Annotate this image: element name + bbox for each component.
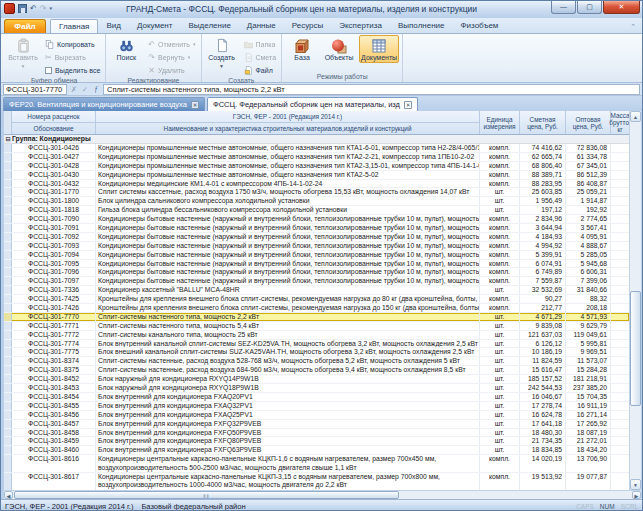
table-row[interactable]: ФССЦ-301-7774 Блок внутренний канальной … [4, 340, 629, 349]
table-row[interactable]: ФССЦ-301-8460 Блок внутренний для кондиц… [4, 446, 629, 455]
table-row[interactable]: ФССЦ-301-8455 Блок внутренний для кондиц… [4, 402, 629, 411]
scroll-up-icon[interactable]: ▲ [630, 111, 641, 122]
close-icon[interactable]: ✕ [191, 101, 199, 109]
tab-vypolnenie[interactable]: Выполнение [390, 19, 453, 33]
undo-icon[interactable]: ↶ [30, 3, 37, 14]
minimize-button[interactable]: — [551, 1, 576, 14]
header-gesn-fer[interactable]: ГЭСН, ФЕР - 2001 (Редакция 2014 г.) [96, 111, 479, 123]
table-row[interactable]: ФССЦ-301-7771 Сплит-системы настенного т… [4, 322, 629, 331]
table-row[interactable]: ФССЦ-301-7093 Кондиционеры бытовые насте… [4, 242, 629, 251]
undo-button[interactable]: ↶ Отменить ▾ [146, 38, 197, 50]
header-estimate-price[interactable]: Сметная цена, Руб. [520, 111, 566, 134]
tab-glavnaya[interactable]: Главная [50, 19, 98, 33]
table-row[interactable]: ФССЦ-301-7770 Сплит-системы настенного т… [4, 313, 629, 322]
header-wholesale-price[interactable]: Оптовая цена, Руб. [566, 111, 611, 134]
doc-tab-fssc[interactable]: ФССЦ. Федеральный сборник цен на материа… [207, 97, 418, 111]
new-folder-button[interactable]: Папка [242, 38, 279, 50]
close-icon[interactable]: ✕ [404, 101, 412, 109]
copy-button[interactable]: Копировать [43, 38, 102, 50]
table-row[interactable]: ФССЦ-301-7094 Кондиционеры бытовые насте… [4, 251, 629, 260]
table-row[interactable]: ФССЦ-301-7336 Кондиционер кассетный "BAL… [4, 286, 629, 295]
table-row[interactable]: ФССЦ-301-8456 Блок внутренний для кондиц… [4, 411, 629, 420]
table-row[interactable]: ФССЦ-301-0427 Кондиционеры промышленные … [4, 153, 629, 162]
qat-customize-icon[interactable]: ▾ [49, 3, 52, 14]
horizontal-scrollbar[interactable]: ◀ ⦀⦀ ▶ [4, 490, 641, 499]
cut-button[interactable]: ✂ Вырезать [43, 51, 102, 63]
table-row[interactable]: ФССЦ-301-8453 Блок наружный для кондицио… [4, 384, 629, 393]
search-button[interactable]: Поиск [109, 35, 143, 62]
base-mode-button[interactable]: База [285, 35, 319, 62]
table-row[interactable]: ФССЦ-301-8458 Блок внутренний для кондиц… [4, 429, 629, 438]
delete-button[interactable]: ✕ Удалить [146, 64, 197, 76]
maximize-button[interactable]: ▢ [577, 1, 602, 14]
table-row[interactable]: ФССЦ-301-7097 Кондиционеры бытовые насте… [4, 277, 629, 286]
select-all-button[interactable]: Выделить все [43, 64, 102, 76]
table-row[interactable]: ФССЦ-301-8454 Блок внутренний для кондиц… [4, 393, 629, 402]
file-tab[interactable]: Файл [4, 19, 46, 33]
doc-tab-fer20[interactable]: ФЕР20. Вентиляция и кондиционирование во… [3, 97, 205, 111]
scroll-left-icon[interactable]: ◀ [4, 491, 13, 499]
table-row[interactable]: ФССЦ-301-7775 Блок внешний канальной спл… [4, 348, 629, 357]
table-row[interactable]: ФССЦ-301-8617 Кондиционеры центральные к… [4, 473, 629, 490]
new-estimate-button[interactable]: Смета [242, 51, 279, 63]
tab-resursy[interactable]: Ресурсы [284, 19, 332, 33]
cancel-icon[interactable]: ✗ [70, 84, 78, 95]
tab-dokument[interactable]: Документ [129, 19, 181, 33]
tab-ekspertiza[interactable]: Экспертиза [331, 19, 390, 33]
formula-value-field[interactable]: Сплит-системы настенного типа, мощность … [103, 84, 640, 95]
header-name-characteristics[interactable]: Наименование и характеристика строительн… [96, 123, 479, 134]
new-file-button[interactable]: Файл [242, 64, 279, 76]
header-justification[interactable]: Обоснование [12, 123, 95, 134]
table-row[interactable]: ФССЦ-301-0428 Кондиционеры промышленные … [4, 162, 629, 171]
ribbon-minimize-icon[interactable]: ⌃ [630, 23, 636, 31]
table-row[interactable]: ФССЦ-301-8375 Сплит-системы настенные, р… [4, 366, 629, 375]
paste-button[interactable]: Вставить ▼ [6, 35, 40, 70]
documents-mode-button[interactable]: Документы [359, 35, 399, 63]
header-unit[interactable]: Единица измерения [480, 111, 520, 134]
save-icon[interactable] [18, 4, 27, 13]
scroll-right-icon[interactable]: ▶ [632, 491, 641, 499]
table-row[interactable]: ФССЦ-301-8459 Блок внутренний для кондиц… [4, 437, 629, 446]
redo-icon[interactable]: ↷ [40, 3, 47, 14]
table-row[interactable]: ФССЦ-301-8374 Сплит-системы настенные, р… [4, 357, 629, 366]
vertical-scrollbar[interactable]: ▲ ▼ [629, 111, 641, 490]
table-row[interactable]: ФССЦ-301-1800 Блок цилиндра сальникового… [4, 197, 629, 206]
table-row[interactable]: ФССЦ-301-7096 Кондиционеры бытовые насте… [4, 268, 629, 277]
create-button[interactable]: Создать ▼ [205, 35, 239, 70]
redo-button[interactable]: ↷ Вернуть ▾ [146, 51, 197, 63]
objects-mode-button[interactable]: Объекты [322, 35, 356, 62]
tab-vydelenie[interactable]: Выделение [180, 19, 238, 33]
row-wholesale-price: 9 969,51 [566, 348, 611, 356]
close-button[interactable]: ✕ [603, 1, 640, 14]
table-row[interactable]: ФССЦ-301-7092 Кондиционеры бытовые насте… [4, 233, 629, 242]
table-row[interactable]: ФССЦ-301-8452 Блок наружный для кондицио… [4, 375, 629, 384]
table-row[interactable]: ФССЦ-301-0426 Кондиционеры промышленные … [4, 144, 629, 153]
table-row[interactable]: ФССЦ-301-1770 Сплит системы кассетные, р… [4, 188, 629, 197]
table-row[interactable]: ФССЦ-301-7095 Кондиционеры бытовые насте… [4, 260, 629, 269]
horizontal-scroll-thumb[interactable]: ⦀⦀ [14, 491, 399, 499]
cell-reference-box[interactable]: ФССЦ-301-7770 [3, 84, 67, 95]
enter-icon[interactable]: ✓ [81, 84, 89, 95]
tab-dannye[interactable]: Данные [239, 19, 284, 33]
vertical-scroll-thumb[interactable] [630, 291, 641, 406]
table-row[interactable]: ФССЦ-301-8616 Кондиционеры центральные к… [4, 455, 629, 473]
table-row[interactable]: ФССЦ-301-7425 Кронштейны для крепления в… [4, 295, 629, 304]
group-row[interactable]: ⊟ Группа: Кондиционеры [4, 135, 629, 144]
table-row[interactable]: ФССЦ-301-7090 Кондиционеры бытовые насте… [4, 215, 629, 224]
tab-fizobem[interactable]: Физобъем [453, 19, 507, 33]
table-row[interactable]: ФССЦ-301-7772 Сплит-системы канального т… [4, 331, 629, 340]
header-gross-mass[interactable]: Масса брутто, кг [611, 111, 629, 134]
scroll-down-icon[interactable]: ▼ [630, 479, 641, 490]
table-row[interactable]: ФССЦ-301-0430 Кондиционеры промышленные … [4, 171, 629, 180]
table-row[interactable]: ФССЦ-301-7426 Кронштейны для крепления в… [4, 304, 629, 313]
collapse-icon[interactable]: ⊟ [4, 135, 12, 143]
header-rate-numbers[interactable]: Номера расценок [12, 111, 95, 123]
function-icon[interactable]: ƒ [92, 84, 100, 95]
row-unit: шт. [480, 188, 520, 196]
table-row[interactable]: ФССЦ-301-1818 Гильза блока цилиндра бесс… [4, 206, 629, 215]
table-row[interactable]: ФССЦ-301-0432 Кондиционеры медицинские К… [4, 180, 629, 189]
table-row[interactable]: ФССЦ-301-7091 Кондиционеры бытовые насте… [4, 224, 629, 233]
tab-vid[interactable]: Вид [98, 19, 128, 33]
app-icon[interactable] [4, 3, 15, 14]
table-row[interactable]: ФССЦ-301-8457 Блок внутренний для кондиц… [4, 420, 629, 429]
